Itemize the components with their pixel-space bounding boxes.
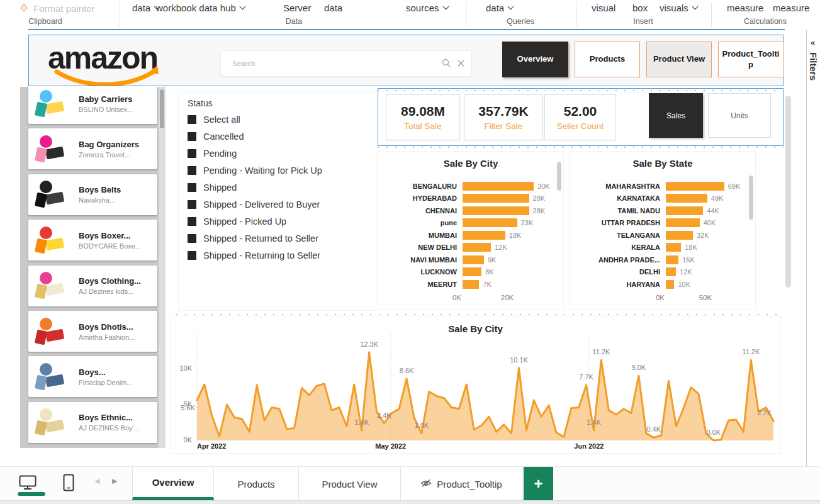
product-card[interactable]: Bag OrganizersZomoza Travel... xyxy=(28,128,157,169)
ribbon-item-data[interactable]: data xyxy=(324,3,342,13)
bar[interactable] xyxy=(463,267,481,276)
bar[interactable] xyxy=(666,243,681,252)
product-text: Boys Dhotis...Amirtha Fashion... xyxy=(79,322,135,341)
nav-button-overview[interactable]: Overview xyxy=(502,42,568,77)
product-card[interactable]: Boys Dhotis...Amirtha Fashion... xyxy=(28,311,157,352)
product-list-scrollbar[interactable] xyxy=(159,87,166,448)
bar[interactable] xyxy=(463,255,484,264)
product-card[interactable]: Boys...Firstclap Denim... xyxy=(28,356,157,397)
phone-view-button[interactable] xyxy=(63,474,74,494)
ribbon-item-measure[interactable]: measure xyxy=(727,3,763,13)
bar-track: 40K xyxy=(666,218,747,227)
bar[interactable] xyxy=(463,218,517,227)
status-option[interactable]: Pending xyxy=(188,145,376,162)
tab-products[interactable]: Products xyxy=(214,468,299,500)
product-name: Bag Organizers xyxy=(79,140,139,149)
next-page-arrow[interactable]: ▶ xyxy=(112,477,117,485)
bar[interactable] xyxy=(666,194,707,203)
product-card[interactable]: Boys Clothing...AJ Dezines kids... xyxy=(28,266,157,306)
bar[interactable] xyxy=(463,194,529,203)
product-vendor: BODYCARE Boxe... xyxy=(79,242,141,250)
product-name: Boys Boxer... xyxy=(79,231,141,240)
ribbon-group-queries: Queries xyxy=(507,17,534,26)
status-option[interactable]: Cancelled xyxy=(188,128,376,145)
data-point-label: 10.1K xyxy=(510,356,528,364)
ribbon-item-box[interactable]: box xyxy=(632,3,648,13)
bar[interactable] xyxy=(463,231,505,240)
bar[interactable] xyxy=(666,255,678,264)
new-page-button[interactable]: + xyxy=(524,467,553,501)
bar[interactable] xyxy=(463,182,534,191)
status-option[interactable]: Shipped xyxy=(188,179,376,196)
bar[interactable] xyxy=(666,267,676,276)
bar[interactable] xyxy=(463,243,491,252)
bar[interactable] xyxy=(666,280,674,289)
checkbox-icon[interactable] xyxy=(188,200,196,209)
kpi-label: Total Sale xyxy=(404,121,441,131)
nav-button-product-tooltip[interactable]: Product_Tooltip xyxy=(718,42,783,77)
ribbon-item-measure[interactable]: measure xyxy=(773,3,809,13)
toggle-units[interactable]: Units xyxy=(708,93,771,138)
ribbon-item-server[interactable]: Server xyxy=(283,3,311,13)
bar-row: TAMIL NADU44K xyxy=(570,204,747,217)
clear-search-icon[interactable] xyxy=(457,59,465,70)
status-option[interactable]: Shipped - Picked Up xyxy=(188,213,376,230)
checkbox-icon[interactable] xyxy=(188,183,196,192)
product-card[interactable]: Baby CarriersBSLINO Unisex... xyxy=(28,87,157,124)
tab-label: Products xyxy=(237,479,274,490)
bar[interactable] xyxy=(463,280,479,289)
ribbon-item-data[interactable]: data xyxy=(132,3,159,13)
checkbox-icon[interactable] xyxy=(188,251,196,260)
checkbox-icon[interactable] xyxy=(188,115,196,124)
checkbox-icon[interactable] xyxy=(188,149,196,158)
status-option[interactable]: Shipped - Returned to Seller xyxy=(188,230,376,247)
status-option[interactable]: Shipped - Returning to Seller xyxy=(188,247,376,264)
checkbox-icon[interactable] xyxy=(188,217,196,226)
powerbi-window: Format painterClipboarddataworkbook data… xyxy=(0,0,820,504)
product-card[interactable]: Boys BeltsNavaksha... xyxy=(28,174,157,215)
status-option-label: Select all xyxy=(203,115,240,125)
search-input[interactable] xyxy=(231,51,441,76)
nav-button-product-view[interactable]: Product View xyxy=(646,42,712,77)
ribbon-item-sources[interactable]: sources xyxy=(406,3,448,13)
chart-scrollbar[interactable] xyxy=(749,176,753,220)
desktop-view-button[interactable] xyxy=(19,475,37,493)
tab-overview[interactable]: Overview xyxy=(132,468,214,500)
chart-scrollbar[interactable] xyxy=(557,162,561,191)
data-point-label: 1.4K xyxy=(354,418,369,426)
ribbon-item-label: visuals xyxy=(660,3,688,13)
status-option-label: Shipped xyxy=(203,182,237,193)
data-point-label: 11.2K xyxy=(592,348,610,356)
product-card[interactable]: Boys Boxer...BODYCARE Boxe... xyxy=(28,220,157,260)
ribbon-item-data[interactable]: data xyxy=(486,3,513,13)
ribbon-item-visual[interactable]: visual xyxy=(592,3,615,13)
ribbon-item-label: box xyxy=(632,3,648,13)
toggle-sales[interactable]: Sales xyxy=(649,93,703,138)
checkbox-icon[interactable] xyxy=(188,166,196,175)
kpi-label: Filter Sale xyxy=(485,121,523,131)
bar[interactable] xyxy=(666,206,703,215)
ribbon-item-workbook-data-hub[interactable]: workbook data hub xyxy=(156,3,245,13)
bar[interactable] xyxy=(666,218,700,227)
nav-button-products[interactable]: Products xyxy=(575,42,640,77)
ribbon-item-visuals[interactable]: visuals xyxy=(660,3,697,13)
checkbox-icon[interactable] xyxy=(188,234,196,243)
tab-product-tooltip[interactable]: Product_Tooltip xyxy=(401,468,522,500)
canvas-scrollbar[interactable] xyxy=(785,96,791,288)
search-icon[interactable] xyxy=(442,59,451,70)
status-option[interactable]: Shipped - Delivered to Buyer xyxy=(188,196,376,213)
previous-page-arrow[interactable]: ◀ xyxy=(94,477,99,485)
bar-track: 12K xyxy=(666,267,747,276)
bar[interactable] xyxy=(666,182,724,191)
bar[interactable] xyxy=(666,231,693,240)
product-card[interactable]: Boys Ethnic...AJ DEZINES Boy'... xyxy=(28,402,157,443)
tab-product-view[interactable]: Product View xyxy=(299,468,401,500)
status-option[interactable]: Pending - Waiting for Pick Up xyxy=(188,162,376,179)
status-option[interactable]: Select all xyxy=(188,111,376,128)
selection-line xyxy=(28,29,785,30)
bar-value-label: 28K xyxy=(533,207,546,215)
bar[interactable] xyxy=(463,206,529,215)
expand-filters-icon[interactable]: « xyxy=(811,38,820,47)
checkbox-icon[interactable] xyxy=(188,132,196,141)
ribbon-divider xyxy=(576,2,576,27)
